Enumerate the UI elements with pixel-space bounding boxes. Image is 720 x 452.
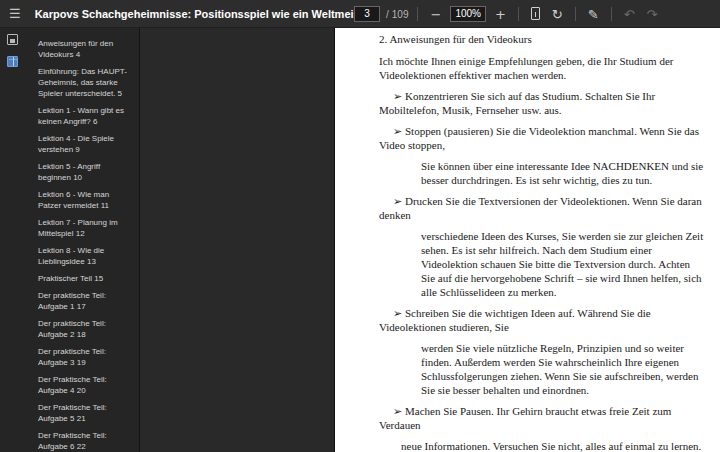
page-count: / 109 (386, 9, 408, 20)
toolbar-divider (575, 7, 576, 21)
zoom-out-button[interactable]: − (427, 6, 444, 23)
doc-paragraph: ➢ Stoppen (pausieren) Sie die Videolekti… (379, 124, 704, 152)
toolbar-controls: 3 / 109 − 100% + ↻ ✎ ↶ ↷ (354, 0, 660, 28)
toc-item[interactable]: Lektion 1 - Wann gibt es keinen Angriff?… (38, 105, 131, 127)
toc-item[interactable]: Praktischer Teil 15 (38, 273, 131, 284)
thumbnails-icon (7, 34, 18, 45)
doc-paragraph: neue Informationen. Versuchen Sie nicht,… (401, 439, 704, 452)
document-page: 2. Anweisungen für den Videokurs Ich möc… (334, 28, 720, 452)
doc-paragraph: ➢ Machen Sie Pausen. Ihr Gehirn braucht … (379, 404, 704, 432)
redo-button[interactable]: ↷ (644, 6, 661, 23)
table-of-contents: Anweisungen für den Videokurs 4 Einführu… (24, 28, 140, 452)
page-number-input[interactable]: 3 (354, 6, 380, 22)
doc-paragraph: werden Sie viele nützliche Regeln, Prinz… (421, 341, 704, 397)
toolbar-divider (518, 7, 519, 21)
toc-item[interactable]: Der praktische Teil: Aufgabe 3 19 (38, 346, 131, 368)
menu-icon[interactable]: ☰ (9, 7, 21, 20)
draw-button[interactable]: ✎ (585, 6, 602, 23)
contents-book-icon (7, 56, 18, 67)
toc-item[interactable]: Lektion 5 - Angriff beginnen 10 (38, 161, 131, 183)
doc-paragraph: ➢ Drucken Sie die Textversionen der Vide… (379, 194, 704, 222)
page-total: 109 (392, 9, 409, 20)
document-title: Karpovs Schachgeheimnisse: Positionsspie… (35, 8, 374, 20)
toc-item[interactable]: Der Praktische Teil: Aufgabe 6 22 (38, 430, 131, 452)
toc-item[interactable]: Einführung: Das HAUPT-Geheimnis, das sta… (38, 66, 131, 99)
toolbar-divider (611, 7, 612, 21)
pdf-viewer-area[interactable]: 2. Anweisungen für den Videokurs Ich möc… (140, 28, 720, 452)
doc-paragraph: verschiedene Ideen des Kurses, Sie werde… (421, 229, 704, 299)
doc-heading: 2. Anweisungen für den Videokurs (379, 32, 704, 46)
undo-button[interactable]: ↶ (621, 6, 638, 23)
toc-item[interactable]: Anweisungen für den Videokurs 4 (38, 38, 131, 60)
toolbar-left: ☰ Karpovs Schachgeheimnisse: Positionssp… (0, 7, 374, 20)
pdf-toolbar: ☰ Karpovs Schachgeheimnisse: Positionssp… (0, 0, 720, 28)
toc-item[interactable]: Der praktische Teil: Aufgabe 2 18 (38, 318, 131, 340)
page-content: 2. Anweisungen für den Videokurs Ich möc… (379, 32, 704, 452)
thumbnails-view-button[interactable] (0, 28, 24, 50)
doc-paragraph: Ich möchte Ihnen einige Empfehlungen geb… (379, 54, 704, 82)
rotate-button[interactable]: ↻ (549, 6, 566, 23)
page-separator: / (386, 9, 389, 20)
toc-item[interactable]: Der praktische Teil: Aufgabe 1 17 (38, 290, 131, 312)
toolbar-divider (417, 7, 418, 21)
fit-to-page-button[interactable] (528, 5, 543, 24)
toc-item[interactable]: Der Praktische Teil: Aufgabe 5 21 (38, 402, 131, 424)
toc-item[interactable]: Der Praktische Teil: Aufgabe 4 20 (38, 374, 131, 396)
toc-item[interactable]: Lektion 4 - Die Spiele verstehen 9 (38, 133, 131, 155)
sidebar-icon-strip (0, 28, 24, 452)
zoom-in-button[interactable]: + (492, 6, 509, 23)
doc-paragraph: ➢ Schreiben Sie die wichtigen Ideen auf.… (379, 306, 704, 334)
fit-page-icon (531, 7, 540, 20)
toc-item[interactable]: Lektion 7 - Planung im Mittelspiel 12 (38, 217, 131, 239)
toc-item[interactable]: Lektion 8 - Wie die Lieblingsidee 13 (38, 245, 131, 267)
toc-item[interactable]: Lektion 6 - Wie man Patzer vermeidet 11 (38, 189, 131, 211)
zoom-level[interactable]: 100% (450, 6, 486, 22)
doc-paragraph: Sie können über eine interessante Idee N… (421, 159, 704, 187)
contents-view-button[interactable] (0, 50, 24, 72)
doc-paragraph: ➢ Konzentrieren Sie sich auf das Studium… (379, 89, 704, 117)
